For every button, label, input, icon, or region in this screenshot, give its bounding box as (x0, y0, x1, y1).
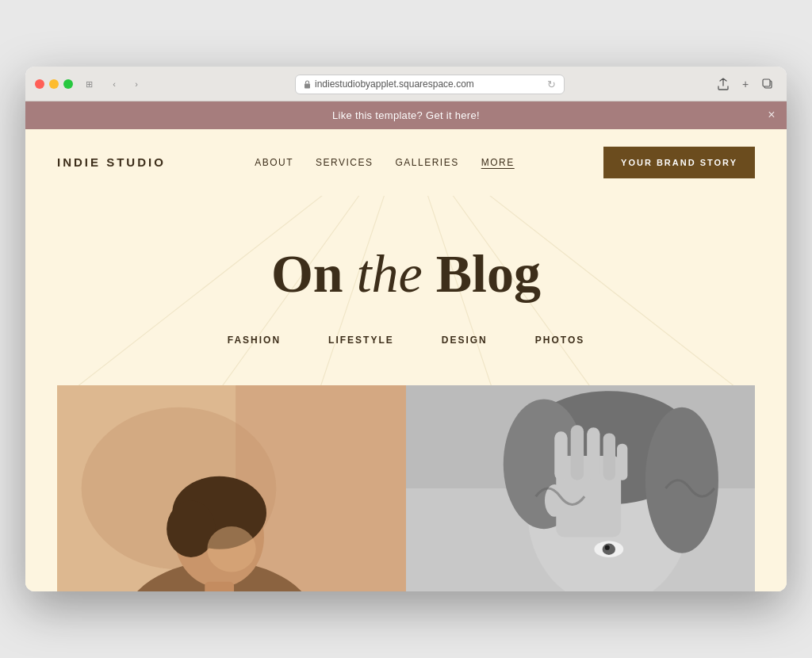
announcement-bar: Like this template? Get it here! × (25, 101, 787, 129)
address-bar-wrap: indiestudiobyapplet.squarespace.com ↻ (152, 75, 707, 94)
website: Like this template? Get it here! × INDIE… (25, 101, 787, 592)
blog-title: On the Blog (57, 243, 755, 304)
blog-post-1-image (57, 385, 406, 591)
svg-rect-26 (554, 432, 567, 480)
share-icon[interactable] (714, 76, 733, 92)
blog-post-1[interactable] (57, 385, 406, 591)
duplicate-icon[interactable] (758, 76, 777, 92)
browser-window: ⊞ ‹ › indiestudiobyapplet.squarespace.co… (25, 67, 787, 592)
maximize-button[interactable] (63, 79, 73, 89)
svg-rect-29 (603, 434, 615, 480)
traffic-lights (35, 79, 73, 89)
url-text: indiestudiobyapplet.squarespace.com (315, 78, 474, 90)
grid-icon[interactable]: ⊞ (79, 76, 98, 92)
blog-categories: FASHION LIFESTYLE DESIGN PHOTOS (57, 335, 755, 346)
category-lifestyle[interactable]: LIFESTYLE (328, 335, 394, 346)
close-button[interactable] (35, 79, 44, 89)
category-photos[interactable]: PHOTOS (535, 335, 584, 346)
minimize-button[interactable] (49, 79, 59, 89)
lock-icon (304, 80, 311, 89)
title-the: the (357, 243, 423, 304)
blog-post-2-image (406, 385, 755, 591)
category-design[interactable]: DESIGN (442, 335, 488, 346)
browser-actions: + (714, 76, 777, 92)
svg-point-34 (605, 545, 610, 550)
address-bar[interactable]: indiestudiobyapplet.squarespace.com ↻ (295, 75, 565, 94)
svg-rect-28 (587, 428, 599, 481)
svg-rect-30 (617, 444, 627, 480)
browser-chrome: ⊞ ‹ › indiestudiobyapplet.squarespace.co… (25, 67, 787, 101)
nav-links: ABOUT SERVICES GALLERIES MORE (255, 157, 515, 168)
main-nav: INDIE STUDIO ABOUT SERVICES GALLERIES MO… (25, 129, 787, 196)
nav-link-about[interactable]: ABOUT (255, 157, 293, 168)
nav-link-galleries[interactable]: GALLERIES (396, 157, 459, 168)
back-button[interactable]: ‹ (105, 76, 124, 92)
nav-controls: ‹ › (105, 76, 146, 92)
svg-point-17 (207, 526, 255, 572)
site-logo[interactable]: INDIE STUDIO (57, 155, 166, 169)
svg-rect-0 (304, 83, 310, 88)
new-tab-icon[interactable]: + (736, 76, 755, 92)
svg-rect-2 (763, 79, 770, 86)
nav-link-services[interactable]: SERVICES (316, 157, 373, 168)
blog-post-2[interactable] (406, 385, 755, 591)
announcement-close-button[interactable]: × (768, 108, 776, 122)
title-blog: Blog (423, 243, 541, 304)
title-on: On (271, 243, 357, 304)
blog-grid (25, 385, 787, 591)
reload-icon[interactable]: ↻ (547, 78, 556, 90)
nav-link-more[interactable]: MORE (481, 157, 515, 168)
forward-button[interactable]: › (127, 76, 146, 92)
announcement-text: Like this template? Get it here! (332, 109, 480, 121)
svg-rect-16 (205, 582, 234, 591)
brand-story-button[interactable]: YOUR BRAND STORY (603, 147, 755, 178)
category-fashion[interactable]: FASHION (228, 335, 281, 346)
hero-section: On the Blog FASHION LIFESTYLE DESIGN PHO… (25, 196, 787, 386)
svg-rect-27 (571, 426, 584, 481)
